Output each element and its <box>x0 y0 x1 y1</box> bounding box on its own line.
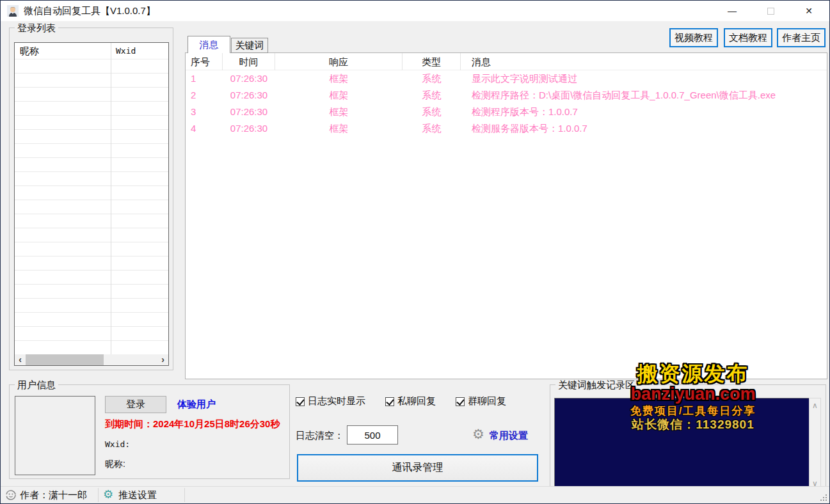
keyword-record-label: 关键词触发记录区 <box>555 379 637 390</box>
checkbox-checked-icon <box>296 397 305 406</box>
author-home-button[interactable]: 作者主页 <box>777 28 826 47</box>
header-resp[interactable]: 响应 <box>275 53 403 70</box>
tab-keywords[interactable]: 关键词 <box>231 38 268 53</box>
scroll-up-arrow-icon[interactable]: ∧ <box>810 401 820 410</box>
header-type[interactable]: 类型 <box>403 53 461 70</box>
statusbar-divider <box>184 488 185 502</box>
cell-resp: 框架 <box>275 87 403 104</box>
column-wxid[interactable]: Wxid <box>116 46 136 56</box>
minimize-button[interactable]: — <box>713 1 751 21</box>
tab-messages[interactable]: 消息 <box>188 36 230 53</box>
scroll-right-arrow-icon[interactable]: › <box>157 354 168 365</box>
login-table-body[interactable] <box>15 59 168 354</box>
table-row[interactable]: 3 07:26:30 框架 系统 检测程序版本号：1.0.0.7 <box>186 104 827 120</box>
table-row[interactable]: 2 07:26:30 框架 系统 检测程序路径：D:\桌面\微信自动回复工具_1… <box>186 87 827 104</box>
checkbox-label: 群聊回复 <box>468 395 506 407</box>
cell-type: 系统 <box>403 70 461 87</box>
resize-grip[interactable] <box>820 494 827 501</box>
checkbox-group-reply[interactable]: 群聊回复 <box>456 395 506 407</box>
user-info-label: 用户信息 <box>15 379 58 390</box>
login-button[interactable]: 登录 <box>105 396 166 413</box>
cell-seq: 4 <box>186 120 223 137</box>
cell-resp: 框架 <box>275 70 403 87</box>
horizontal-scrollbar[interactable]: ‹ › <box>15 354 168 365</box>
login-list-group: 登录列表 昵称 Wxid ‹ › <box>9 28 173 370</box>
wxid-label: Wxid: <box>105 439 130 449</box>
login-list-label: 登录列表 <box>15 22 58 33</box>
checkbox-log-realtime[interactable]: 日志实时显示 <box>296 395 365 407</box>
table-row[interactable]: 1 07:26:30 框架 系统 显示此文字说明测试通过 <box>186 70 827 87</box>
header-time[interactable]: 时间 <box>223 53 275 70</box>
push-settings-gear-icon[interactable]: ⚙ <box>103 487 113 501</box>
login-table-header: 昵称 Wxid <box>15 43 168 59</box>
app-window: 微信自动回复工具【V1.0.0.7】 — ✕ 登录列表 昵称 Wxid ‹ › … <box>0 0 830 504</box>
cell-msg: 检测服务器版本号：1.0.0.7 <box>461 120 827 137</box>
header-msg[interactable]: 消息 <box>461 53 827 70</box>
push-settings-link[interactable]: 推送设置 <box>118 489 157 501</box>
cell-time: 07:26:30 <box>223 120 275 137</box>
log-clear-input[interactable] <box>347 425 398 445</box>
message-table-header: 序号 时间 响应 类型 消息 <box>186 53 827 70</box>
common-settings-link[interactable]: 常用设置 <box>490 430 528 442</box>
cell-type: 系统 <box>403 104 461 120</box>
status-bar: 作者：潇十一郎 ⚙ 推送设置 <box>1 486 829 503</box>
cell-time: 07:26:30 <box>223 70 275 87</box>
vertical-scrollbar[interactable]: ∧ ∨ <box>809 398 821 491</box>
column-nickname[interactable]: 昵称 <box>20 45 39 58</box>
window-controls: — ✕ <box>713 1 828 21</box>
app-avatar-icon <box>7 5 19 17</box>
cell-type: 系统 <box>403 120 461 137</box>
cell-type: 系统 <box>403 87 461 104</box>
cell-resp: 框架 <box>275 120 403 137</box>
user-type-label: 体验用户 <box>177 398 216 411</box>
cell-msg: 检测程序路径：D:\桌面\微信自动回复工具_1.0.0.7_Green\微信工具… <box>461 87 827 104</box>
author-status-label: 作者：潇十一郎 <box>20 489 87 501</box>
cell-time: 07:26:30 <box>223 104 275 120</box>
table-row[interactable]: 4 07:26:30 框架 系统 检测服务器版本号：1.0.0.7 <box>186 120 827 137</box>
cell-seq: 3 <box>186 104 223 120</box>
close-button[interactable]: ✕ <box>790 1 828 21</box>
checkbox-label: 私聊回复 <box>397 395 436 407</box>
maximize-button[interactable] <box>751 1 790 21</box>
contacts-manage-button[interactable]: 通讯录管理 <box>297 454 538 482</box>
cell-msg: 检测程序版本号：1.0.0.7 <box>461 104 827 120</box>
nickname-label: 昵称: <box>105 459 125 470</box>
header-seq[interactable]: 序号 <box>186 53 223 70</box>
checkbox-label: 日志实时显示 <box>308 395 365 407</box>
title-bar[interactable]: 微信自动回复工具【V1.0.0.7】 — ✕ <box>1 1 829 21</box>
cell-seq: 2 <box>186 87 223 104</box>
video-tutorial-button[interactable]: 视频教程 <box>669 28 718 47</box>
scrollbar-thumb[interactable] <box>26 354 104 365</box>
scroll-left-arrow-icon[interactable]: ‹ <box>15 354 26 365</box>
keyword-record-textarea[interactable] <box>554 398 809 491</box>
cell-time: 07:26:30 <box>223 87 275 104</box>
login-list-table[interactable]: 昵称 Wxid ‹ › <box>14 42 169 366</box>
smiley-icon <box>6 490 16 500</box>
doc-tutorial-button[interactable]: 文档教程 <box>724 28 772 47</box>
cell-msg: 显示此文字说明测试通过 <box>461 70 827 87</box>
checkbox-checked-icon <box>456 397 465 406</box>
window-title: 微信自动回复工具【V1.0.0.7】 <box>24 1 156 21</box>
keyword-record-group: 关键词触发记录区 ∧ ∨ <box>550 384 826 496</box>
column-separator <box>111 43 111 354</box>
minimize-icon: — <box>728 6 737 16</box>
cell-resp: 框架 <box>275 104 403 120</box>
cell-seq: 1 <box>186 70 223 87</box>
user-info-group: 用户信息 登录 体验用户 到期时间：2024年10月25日8时26分30秒 Wx… <box>9 384 290 479</box>
maximize-icon <box>767 8 774 15</box>
log-clear-label: 日志清空： <box>296 430 344 442</box>
expire-time-label: 到期时间：2024年10月25日8时26分30秒 <box>105 418 280 430</box>
close-icon: ✕ <box>805 6 813 16</box>
statusbar-divider <box>98 488 99 502</box>
message-log-panel[interactable]: 序号 时间 响应 类型 消息 1 07:26:30 框架 系统 显示此文字说明测… <box>185 52 827 379</box>
checkbox-private-reply[interactable]: 私聊回复 <box>385 395 436 407</box>
gear-icon[interactable]: ⚙ <box>472 427 484 442</box>
user-avatar-box <box>15 396 95 475</box>
checkbox-checked-icon <box>385 397 394 406</box>
